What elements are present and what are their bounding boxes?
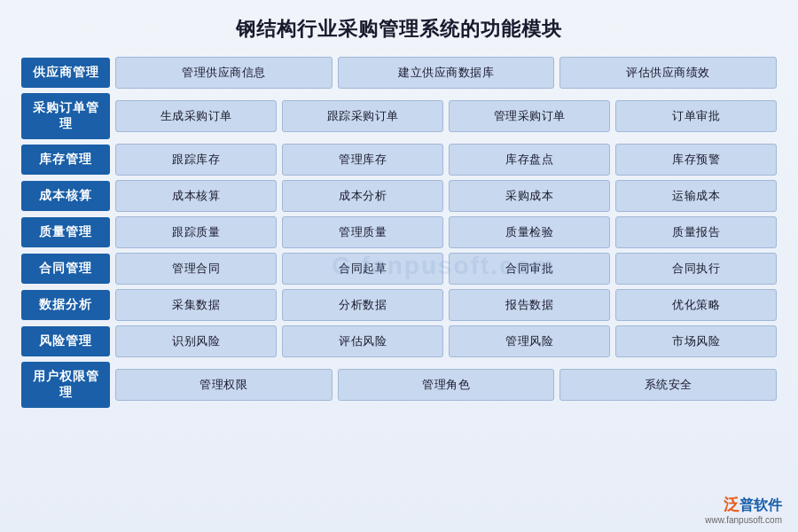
page-title: 钢结构行业采购管理系统的功能模块: [21, 16, 777, 43]
item-cell[interactable]: 库存盘点: [449, 144, 610, 176]
item-cell[interactable]: 管理合同: [115, 253, 277, 285]
module-row: 采购订单管理生成采购订单跟踪采购订单管理采购订单订单审批: [21, 93, 777, 139]
category-cell: 库存管理: [21, 145, 110, 175]
rows-container: 供应商管理管理供应商信息建立供应商数据库评估供应商绩效采购订单管理生成采购订单跟…: [21, 57, 777, 408]
item-cell[interactable]: 管理采购订单: [449, 100, 610, 132]
items-group: 生成采购订单跟踪采购订单管理采购订单订单审批: [115, 100, 777, 132]
items-group: 采集数据分析数据报告数据优化策略: [115, 289, 777, 321]
item-cell[interactable]: 评估风险: [282, 325, 443, 357]
module-row: 供应商管理管理供应商信息建立供应商数据库评估供应商绩效: [21, 57, 777, 89]
category-cell: 数据分析: [21, 290, 110, 320]
brand-icon: 泛: [724, 496, 739, 513]
items-group: 识别风险评估风险管理风险市场风险: [115, 325, 777, 357]
item-cell[interactable]: 运输成本: [615, 180, 777, 212]
item-cell[interactable]: 跟踪采购订单: [282, 100, 443, 132]
item-cell[interactable]: 管理库存: [282, 144, 443, 176]
item-cell[interactable]: 管理权限: [115, 369, 332, 401]
module-row: 库存管理跟踪库存管理库存库存盘点库存预警: [21, 144, 777, 176]
item-cell[interactable]: 成本分析: [282, 180, 443, 212]
item-cell[interactable]: 采购成本: [449, 180, 610, 212]
module-row: 合同管理管理合同合同起草合同审批合同执行: [21, 253, 777, 285]
page-wrapper: 钢结构行业采购管理系统的功能模块 G fanpusoft.com 供应商管理管理…: [0, 0, 798, 532]
item-cell[interactable]: 成本核算: [115, 180, 277, 212]
item-cell[interactable]: 建立供应商数据库: [338, 57, 555, 89]
item-cell[interactable]: 质量检验: [449, 216, 610, 248]
module-row: 质量管理跟踪质量管理质量质量检验质量报告: [21, 216, 777, 248]
items-group: 管理合同合同起草合同审批合同执行: [115, 253, 777, 285]
item-cell[interactable]: 管理风险: [449, 325, 610, 357]
category-cell: 风险管理: [21, 326, 110, 356]
item-cell[interactable]: 评估供应商绩效: [559, 57, 777, 89]
item-cell[interactable]: 分析数据: [282, 289, 443, 321]
item-cell[interactable]: 管理供应商信息: [115, 57, 332, 89]
module-row: 风险管理识别风险评估风险管理风险市场风险: [21, 325, 777, 357]
item-cell[interactable]: 跟踪质量: [115, 216, 277, 248]
items-group: 跟踪库存管理库存库存盘点库存预警: [115, 144, 777, 176]
item-cell[interactable]: 生成采购订单: [115, 100, 277, 132]
item-cell[interactable]: 系统安全: [559, 369, 777, 401]
item-cell[interactable]: 管理角色: [338, 369, 555, 401]
item-cell[interactable]: 质量报告: [615, 216, 777, 248]
item-cell[interactable]: 库存预警: [615, 144, 777, 176]
item-cell[interactable]: 市场风险: [615, 325, 777, 357]
category-cell: 质量管理: [21, 217, 110, 247]
category-cell: 用户权限管理: [21, 362, 110, 408]
category-cell: 供应商管理: [21, 58, 110, 88]
logo-area: 泛普软件 www.fanpusoft.com: [705, 494, 782, 525]
item-cell[interactable]: 订单审批: [615, 100, 777, 132]
logo-brand: 泛普软件: [724, 494, 782, 515]
item-cell[interactable]: 跟踪库存: [115, 144, 277, 176]
items-group: 管理权限管理角色系统安全: [115, 369, 777, 401]
category-cell: 合同管理: [21, 254, 110, 284]
module-row: 数据分析采集数据分析数据报告数据优化策略: [21, 289, 777, 321]
logo-url: www.fanpusoft.com: [705, 515, 782, 525]
items-group: 成本核算成本分析采购成本运输成本: [115, 180, 777, 212]
module-row: 成本核算成本核算成本分析采购成本运输成本: [21, 180, 777, 212]
item-cell[interactable]: 采集数据: [115, 289, 277, 321]
category-cell: 成本核算: [21, 181, 110, 211]
item-cell[interactable]: 报告数据: [449, 289, 610, 321]
item-cell[interactable]: 管理质量: [282, 216, 443, 248]
item-cell[interactable]: 优化策略: [615, 289, 777, 321]
items-group: 跟踪质量管理质量质量检验质量报告: [115, 216, 777, 248]
item-cell[interactable]: 识别风险: [115, 325, 277, 357]
item-cell[interactable]: 合同起草: [282, 253, 443, 285]
item-cell[interactable]: 合同审批: [449, 253, 610, 285]
module-row: 用户权限管理管理权限管理角色系统安全: [21, 362, 777, 408]
items-group: 管理供应商信息建立供应商数据库评估供应商绩效: [115, 57, 777, 89]
brand-text: 普软件: [739, 497, 782, 512]
item-cell[interactable]: 合同执行: [615, 253, 777, 285]
category-cell: 采购订单管理: [21, 93, 110, 139]
